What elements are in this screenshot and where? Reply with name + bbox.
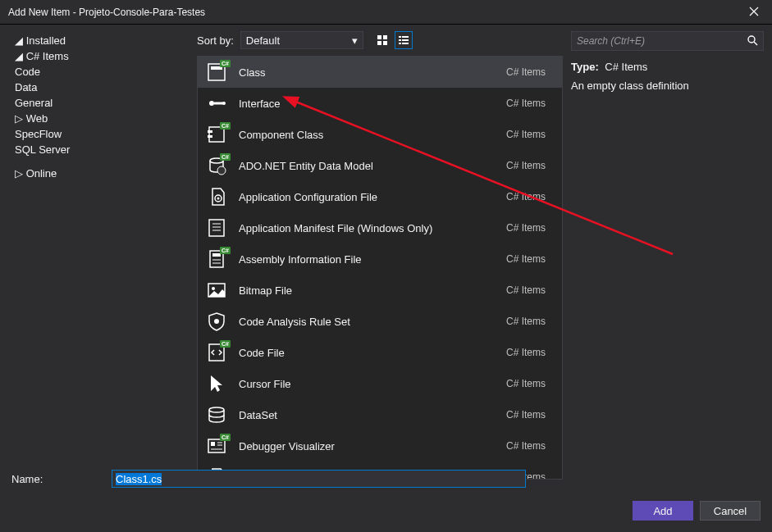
template-category: C# Items	[506, 129, 554, 140]
svg-rect-17	[208, 135, 212, 138]
name-input[interactable]	[112, 470, 526, 488]
template-description: An empty class definition	[571, 80, 764, 92]
template-icon	[206, 404, 227, 425]
csharp-badge-icon: C#	[220, 122, 231, 130]
svg-point-14	[222, 102, 226, 105]
template-list[interactable]: C#ClassC# ItemsInterfaceC# ItemsC#Compon…	[197, 56, 563, 480]
svg-point-41	[748, 36, 755, 43]
close-icon[interactable]	[744, 5, 764, 20]
template-icon: C#	[206, 124, 227, 145]
svg-rect-2	[377, 41, 381, 45]
cancel-button[interactable]: Cancel	[700, 501, 761, 521]
template-label: Debugger Visualizer	[239, 440, 506, 452]
sortby-label: Sort by:	[197, 34, 234, 47]
template-icon	[206, 280, 227, 301]
template-category: C# Items	[506, 440, 554, 452]
svg-rect-8	[399, 43, 401, 44]
svg-rect-16	[208, 130, 212, 133]
tree-node-installed[interactable]: ◢ Installed	[0, 33, 197, 48]
search-icon[interactable]	[747, 34, 758, 48]
type-label: Type:	[571, 61, 599, 73]
template-icon: C#	[206, 155, 227, 176]
toolbar: Sort by: Default ▾	[197, 25, 563, 56]
tree-node-csharp-items[interactable]: ◢ C# Items	[0, 48, 197, 64]
svg-rect-7	[402, 39, 409, 41]
template-label: Code File	[239, 347, 506, 359]
template-row[interactable]: DataSetC# Items	[198, 399, 562, 430]
footer: Name: Add Cancel	[0, 463, 772, 532]
template-label: Cursor File	[239, 378, 506, 390]
template-category: C# Items	[506, 222, 554, 234]
template-icon: C#	[206, 342, 227, 363]
template-icon	[206, 373, 227, 394]
svg-rect-4	[399, 36, 401, 38]
template-label: Interface	[239, 98, 506, 110]
window-title: Add New Item - Projeto-Console-Para-Test…	[8, 7, 744, 18]
chevron-down-icon: ◢	[15, 50, 23, 62]
csharp-badge-icon: C#	[220, 434, 231, 441]
template-row[interactable]: C#Assembly Information FileC# Items	[198, 243, 562, 275]
template-row[interactable]: C#Component ClassC# Items	[198, 119, 562, 150]
svg-rect-36	[211, 442, 215, 446]
template-row[interactable]: Application Configuration FileC# Items	[198, 181, 562, 212]
csharp-badge-icon: C#	[220, 153, 231, 161]
svg-point-21	[217, 198, 220, 200]
titlebar: Add New Item - Projeto-Console-Para-Test…	[0, 0, 772, 25]
template-row[interactable]: C#Code FileC# Items	[198, 337, 562, 368]
svg-rect-1	[383, 35, 387, 39]
template-icon	[206, 311, 227, 332]
info-panel: Type: C# Items An empty class definition	[563, 25, 772, 480]
template-row[interactable]: Code Analysis Rule SetC# Items	[198, 306, 562, 337]
chevron-down-icon: ◢	[15, 34, 23, 47]
csharp-badge-icon: C#	[220, 60, 231, 67]
template-category: C# Items	[506, 409, 554, 421]
svg-rect-0	[377, 35, 381, 39]
svg-rect-5	[402, 36, 409, 38]
template-row[interactable]: Application Manifest File (Windows Only)…	[198, 212, 562, 243]
sortby-value: Default	[246, 34, 280, 47]
template-row[interactable]: C#ClassC# Items	[198, 57, 562, 88]
svg-point-19	[217, 166, 226, 175]
template-row[interactable]: Cursor FileC# Items	[198, 368, 562, 399]
name-label: Name:	[11, 473, 102, 485]
template-label: Application Manifest File (Windows Only)	[239, 222, 506, 234]
svg-point-12	[209, 101, 214, 106]
template-category: C# Items	[506, 378, 554, 389]
svg-rect-3	[383, 41, 387, 45]
template-row[interactable]: C#Debugger VisualizerC# Items	[198, 430, 562, 462]
search-box[interactable]	[571, 31, 764, 51]
template-label: Application Configuration File	[239, 191, 506, 203]
chevron-down-icon: ▾	[352, 34, 358, 47]
tree-node-data[interactable]: Data	[0, 80, 197, 95]
template-icon	[206, 186, 227, 207]
tree-node-online[interactable]: ▷ Online	[0, 166, 197, 181]
tree-node-web[interactable]: ▷ Web	[0, 111, 197, 126]
svg-rect-22	[209, 220, 224, 236]
view-list-button[interactable]	[395, 31, 413, 49]
svg-point-32	[214, 319, 219, 324]
template-row[interactable]: InterfaceC# Items	[198, 88, 562, 119]
tree-node-code[interactable]: Code	[0, 64, 197, 80]
tree-node-specflow[interactable]: SpecFlow	[0, 126, 197, 142]
add-button[interactable]: Add	[633, 501, 693, 521]
template-category: C# Items	[506, 284, 554, 296]
template-label: ADO.NET Entity Data Model	[239, 160, 506, 172]
template-category: C# Items	[506, 347, 554, 358]
svg-line-42	[754, 42, 757, 45]
template-label: Class	[239, 66, 506, 79]
svg-point-31	[212, 287, 215, 290]
template-category: C# Items	[506, 66, 554, 78]
view-grid-button[interactable]	[373, 31, 391, 49]
tree-node-general[interactable]: General	[0, 95, 197, 111]
template-row[interactable]: Bitmap FileC# Items	[198, 275, 562, 306]
tree-node-sqlserver[interactable]: SQL Server	[0, 142, 197, 157]
template-label: Bitmap File	[239, 284, 506, 297]
template-category: C# Items	[506, 316, 554, 327]
template-icon: C#	[206, 435, 227, 457]
sortby-dropdown[interactable]: Default ▾	[240, 31, 363, 49]
template-row[interactable]: C#ADO.NET Entity Data ModelC# Items	[198, 150, 562, 181]
type-value: C# Items	[605, 61, 647, 73]
template-category: C# Items	[506, 191, 554, 202]
template-icon	[206, 93, 227, 114]
search-input[interactable]	[577, 35, 747, 47]
